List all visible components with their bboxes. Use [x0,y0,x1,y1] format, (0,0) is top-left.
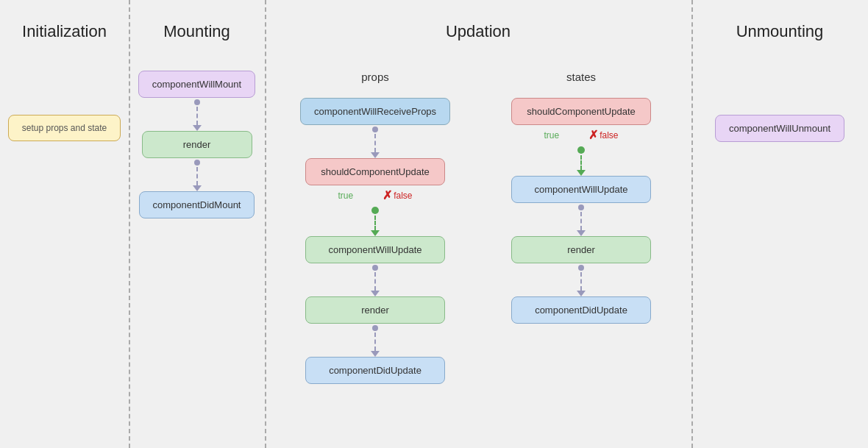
dline-s3 [580,272,582,291]
states-subtitle: states [566,71,596,83]
props-subtitle: props [361,71,389,83]
dot2 [194,160,200,166]
dot-s3 [578,265,584,271]
node-render-states: render [511,236,651,263]
node-componentWillUnmount: componentWillUnmount [715,115,844,142]
x-icon-states: ✗ [588,128,598,142]
arrow-p2 [371,205,380,236]
branch-labels-props: true ✗ false [280,188,471,202]
ahead-s1 [577,170,586,176]
dot-p1 [372,127,378,132]
dline-p2 [374,216,376,230]
update-title: Updation [446,22,511,41]
node-componentWillUpdate-states: componentWillUpdate [511,176,651,203]
x-icon-props: ✗ [383,188,392,202]
diagram-container: Initialization setup props and state Mou… [0,0,868,448]
dashed-line2 [196,167,198,185]
update-inner: props componentWillReceiveProps shouldCo… [265,71,691,384]
dot-s2 [578,205,584,210]
dot-p4 [372,325,378,331]
ahead-s2 [577,230,586,236]
dline-p3 [374,272,376,291]
arrow-head [193,125,202,131]
props-subcol: props componentWillReceiveProps shouldCo… [280,71,471,384]
states-subcol: states shouldComponentUpdate true ✗ fals… [485,71,677,384]
dot-p3 [372,265,378,271]
node-componentDidUpdate-states: componentDidUpdate [511,296,651,324]
arrow-p4 [371,324,380,357]
true-label-states: true [544,130,559,141]
node-componentDidUpdate-props: componentDidUpdate [305,357,445,384]
node-componentDidMount: componentDidMount [139,191,255,218]
arrow-s1 [577,145,586,176]
arrow-p3 [371,263,380,296]
dline-s2 [580,212,582,230]
ahead-p4 [371,351,380,357]
node-shouldComponentUpdate-props: shouldComponentUpdate [305,158,445,185]
ahead-p3 [371,291,380,296]
dot-s1 [577,146,585,154]
dot-p2 [371,207,379,214]
arrow-s2 [577,203,586,236]
col-initialization: Initialization setup props and state [0,0,129,448]
arrow-head2 [193,185,202,191]
col-unmounting: Unmounting componentWillUnmount [691,0,868,448]
arrow2-mount [193,158,202,191]
false-label-props: ✗ false [383,188,412,202]
node-componentWillReceiveProps: componentWillReceiveProps [300,98,450,125]
node-render-mount: render [142,131,252,158]
node-render-props: render [305,296,445,324]
unmount-title: Unmounting [736,22,824,41]
dline-s1 [580,155,582,170]
unmount-flow: componentWillUnmount [715,71,844,142]
branch-labels-states: true ✗ false [485,128,677,142]
init-title: Initialization [22,22,107,41]
node-shouldComponentUpdate-states: shouldComponentUpdate [511,98,651,125]
node-setup-props: setup props and state [8,115,121,141]
dline-p1 [374,134,376,152]
arrow1-mount [193,98,202,131]
col-updation: Updation props componentWillReceiveProps… [265,0,691,448]
arrow-p1 [371,125,380,158]
mount-flow: componentWillMount render componentDidMo… [129,71,265,218]
true-label-props: true [338,191,353,201]
mount-title: Mounting [163,22,230,41]
node-componentWillMount: componentWillMount [138,71,255,98]
arrow-s3 [577,263,586,296]
dot [194,99,200,105]
dline-p4 [374,333,376,351]
col-mounting: Mounting componentWillMount render compo… [129,0,265,448]
ahead-s3 [577,291,586,296]
node-componentWillUpdate-props: componentWillUpdate [305,236,445,263]
false-label-states: ✗ false [588,128,618,142]
dashed-line [196,107,198,125]
ahead-p1 [371,152,380,158]
ahead-p2 [371,230,380,236]
